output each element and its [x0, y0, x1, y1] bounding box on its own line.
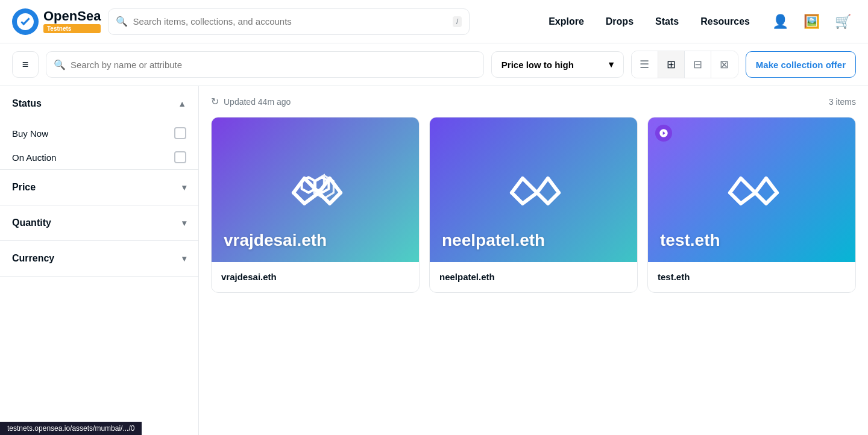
- filter-icon: ≡: [22, 58, 29, 71]
- card-body-3: test.eth: [648, 262, 855, 292]
- sort-label: Price low to high: [502, 60, 574, 70]
- poly-icon-2: [497, 164, 570, 207]
- card-overlay-title-2: neelpatel.eth: [442, 231, 545, 250]
- view-toggle: ☰ ⊞ ⊟ ⊠: [631, 51, 738, 78]
- sidebar-section-quantity: Quantity ▾: [0, 205, 198, 241]
- price-chevron-down-icon: ▾: [182, 183, 186, 192]
- quantity-header[interactable]: Quantity ▾: [0, 205, 198, 240]
- currency-header[interactable]: Currency ▾: [0, 241, 198, 276]
- card-image-test: test.eth: [648, 117, 855, 262]
- content: ↻ Updated 44m ago 3 items: [199, 86, 868, 435]
- currency-label: Currency: [12, 253, 54, 264]
- poly-icon-1: [279, 164, 351, 207]
- logo-text: OpenSea: [43, 10, 101, 23]
- refresh-icon[interactable]: ↻: [211, 96, 219, 107]
- nft-badge-icon: [655, 125, 672, 142]
- card-name-2: neelpatel.eth: [439, 272, 495, 282]
- currency-chevron-down-icon: ▾: [182, 254, 186, 263]
- card-overlay-title-1: vrajdesai.eth: [224, 231, 327, 250]
- header-icons: 👤 🖼️ 🛒: [767, 8, 856, 35]
- sidebar-item-buy-now[interactable]: Buy Now: [0, 121, 198, 145]
- nav-resources[interactable]: Resources: [691, 11, 760, 32]
- card-image-vrajdesai: vrajdesai.eth: [212, 117, 419, 262]
- testnet-badge: Testnets: [43, 24, 101, 33]
- large-grid-view-button[interactable]: ⊟: [685, 51, 711, 78]
- filter-button[interactable]: ≡: [12, 51, 39, 78]
- status-label: Status: [12, 98, 42, 109]
- global-search[interactable]: 🔍 /: [108, 8, 470, 35]
- refresh-row: ↻ Updated 44m ago: [211, 96, 291, 107]
- card-overlay-title-3: test.eth: [660, 231, 720, 250]
- name-search-icon: 🔍: [54, 59, 66, 70]
- toolbar: ≡ 🔍 Price low to high ▾ ☰ ⊞ ⊟ ⊠ Make col…: [0, 43, 868, 86]
- main: Status ▲ Buy Now On Auction Price ▾ Quan…: [0, 86, 868, 435]
- nav-drops[interactable]: Drops: [596, 11, 643, 32]
- statusbar-url: testnets.opensea.io/assets/mumbai/.../0: [7, 424, 134, 433]
- wallet-button[interactable]: 🖼️: [798, 8, 825, 35]
- card-vrajdesai[interactable]: vrajdesai.eth vrajdesai.eth: [211, 117, 420, 293]
- sidebar: Status ▲ Buy Now On Auction Price ▾ Quan…: [0, 86, 199, 435]
- nav-explore[interactable]: Explore: [539, 11, 594, 32]
- sidebar-section-status: Status ▲ Buy Now On Auction: [0, 86, 198, 170]
- search-icon: 🔍: [116, 16, 128, 27]
- card-test[interactable]: test.eth test.eth: [647, 117, 856, 293]
- sidebar-section-currency: Currency ▾: [0, 241, 198, 277]
- logo-icon: [12, 8, 39, 35]
- sidebar-section-price: Price ▾: [0, 170, 198, 205]
- card-neelpatel[interactable]: neelpatel.eth neelpatel.eth: [429, 117, 638, 293]
- collection-offer-button[interactable]: Make collection offer: [746, 51, 856, 78]
- compact-view-button[interactable]: ⊠: [711, 51, 738, 78]
- nav: Explore Drops Stats Resources: [539, 11, 760, 32]
- sidebar-item-on-auction[interactable]: On Auction: [0, 145, 198, 169]
- items-count: 3 items: [829, 97, 856, 107]
- card-body-1: vrajdesai.eth: [212, 262, 419, 292]
- header: OpenSea Testnets 🔍 / Explore Drops Stats…: [0, 0, 868, 43]
- search-shortcut: /: [453, 16, 462, 27]
- card-image-neelpatel: neelpatel.eth: [430, 117, 637, 262]
- on-auction-checkbox[interactable]: [174, 151, 186, 163]
- quantity-label: Quantity: [12, 218, 51, 228]
- cart-button[interactable]: 🛒: [829, 8, 856, 35]
- global-search-input[interactable]: [133, 16, 448, 27]
- card-name-1: vrajdesai.eth: [221, 272, 277, 282]
- profile-button[interactable]: 👤: [767, 8, 793, 35]
- grid-view-button[interactable]: ⊞: [658, 51, 685, 78]
- updated-text: Updated 44m ago: [224, 97, 291, 107]
- logo-link[interactable]: OpenSea Testnets: [12, 8, 101, 35]
- status-header[interactable]: Status ▲: [0, 86, 198, 121]
- card-body-2: neelpatel.eth: [430, 262, 637, 292]
- sort-button[interactable]: Price low to high ▾: [491, 51, 624, 78]
- buy-now-label: Buy Now: [12, 128, 48, 139]
- name-search[interactable]: 🔍: [46, 51, 484, 78]
- price-label: Price: [12, 182, 36, 193]
- buy-now-checkbox[interactable]: [174, 127, 186, 139]
- price-header[interactable]: Price ▾: [0, 170, 198, 205]
- name-search-input[interactable]: [71, 60, 476, 70]
- content-header: ↻ Updated 44m ago 3 items: [211, 86, 856, 117]
- status-chevron-up-icon: ▲: [178, 99, 186, 108]
- card-name-3: test.eth: [658, 272, 690, 282]
- cards-grid: vrajdesai.eth vrajdesai.eth neelpatel.et…: [211, 117, 856, 293]
- nav-stats[interactable]: Stats: [646, 11, 688, 32]
- on-auction-label: On Auction: [12, 152, 56, 163]
- quantity-chevron-down-icon: ▾: [182, 218, 186, 228]
- statusbar: testnets.opensea.io/assets/mumbai/.../0: [0, 422, 142, 435]
- list-view-button[interactable]: ☰: [632, 51, 658, 78]
- chevron-down-icon: ▾: [609, 59, 614, 70]
- poly-icon-3: [715, 164, 788, 207]
